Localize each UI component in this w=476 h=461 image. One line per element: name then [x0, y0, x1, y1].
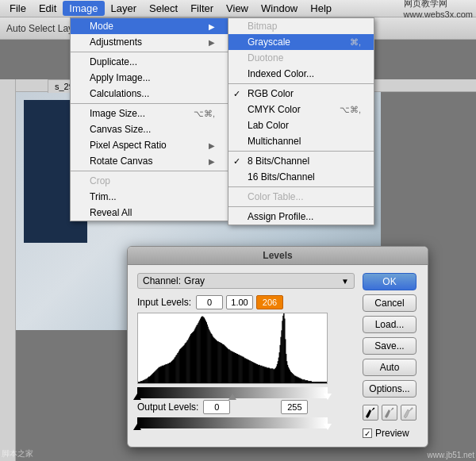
- histogram: [137, 313, 328, 384]
- mode-sep-1: [228, 83, 374, 84]
- output-max-field[interactable]: [281, 400, 308, 414]
- rgb-check: ✓: [233, 89, 240, 99]
- pixel-aspect-arrow: ▶: [209, 141, 215, 150]
- mode-lab[interactable]: Lab Color: [228, 117, 374, 133]
- menu-apply-image[interactable]: Apply Image...: [71, 70, 228, 86]
- menu-edit[interactable]: Edit: [33, 1, 63, 16]
- output-levels-row: Output Levels:: [137, 400, 355, 414]
- menu-crop: Crop: [71, 173, 228, 189]
- menu-trim[interactable]: Trim...: [71, 189, 228, 205]
- eyedropper-row: [363, 405, 418, 421]
- black-eyedropper[interactable]: [363, 405, 378, 421]
- mode-indexed-color[interactable]: Indexed Color...: [228, 66, 374, 82]
- load-button[interactable]: Load...: [363, 316, 416, 333]
- ruler-vertical: [0, 79, 16, 461]
- adjustments-arrow: ▶: [209, 38, 215, 47]
- ok-button[interactable]: OK: [363, 273, 416, 290]
- menu-duplicate[interactable]: Duplicate...: [71, 54, 228, 70]
- menu-sep-2: [71, 103, 228, 104]
- channel-label: Channel:: [143, 275, 181, 286]
- menu-image-size[interactable]: Image Size... ⌥⌘,: [71, 106, 228, 121]
- grayscale-shortcut: ⌘,: [350, 37, 361, 48]
- 8bit-check: ✓: [233, 156, 240, 167]
- input-levels-label: Input Levels:: [137, 297, 191, 308]
- watermark-bottom-left: 脚本之家: [2, 448, 33, 459]
- cancel-button[interactable]: Cancel: [363, 294, 416, 312]
- mode-sep-3: [228, 186, 374, 187]
- preview-row: ✓ Preview: [363, 428, 418, 439]
- mode-multichannel[interactable]: Multichannel: [228, 133, 374, 149]
- watermark-bottom-right: www.jb51.net: [428, 451, 474, 459]
- menu-layer[interactable]: Layer: [105, 1, 144, 16]
- menubar-right: 网页教学网 www.webs3x.com: [404, 0, 473, 19]
- output-min-field[interactable]: [203, 400, 230, 414]
- gray-eyedropper[interactable]: [382, 405, 397, 421]
- rotate-canvas-arrow: ▶: [209, 157, 215, 166]
- output-white-slider[interactable]: [324, 424, 332, 430]
- mode-submenu: Bitmap Grayscale ⌘, Duotone Indexed Colo…: [228, 17, 374, 225]
- levels-dialog: Levels Channel: Gray ▼ Input Levels:: [127, 246, 428, 448]
- white-eyedropper[interactable]: [401, 405, 416, 421]
- mode-duotone: Duotone: [228, 50, 374, 66]
- menu-sep-3: [71, 171, 228, 171]
- levels-right-panel: OK Cancel Load... Save... Auto Options..…: [363, 273, 418, 439]
- output-gradient-slider[interactable]: [137, 417, 328, 428]
- mode-grayscale[interactable]: Grayscale ⌘,: [228, 34, 374, 50]
- mode-bitmap: Bitmap: [228, 18, 374, 34]
- options-button[interactable]: Options...: [363, 380, 416, 398]
- menu-calculations[interactable]: Calculations...: [71, 86, 228, 102]
- levels-body: Channel: Gray ▼ Input Levels:: [128, 265, 428, 447]
- menu-view[interactable]: View: [220, 1, 255, 16]
- input-levels-row: Input Levels:: [137, 295, 355, 309]
- auto-button[interactable]: Auto: [363, 359, 416, 376]
- input-mid-field[interactable]: [226, 295, 253, 309]
- menu-sep-1: [71, 52, 228, 52]
- input-white-slider[interactable]: [324, 394, 332, 400]
- mode-rgb[interactable]: ✓ RGB Color: [228, 86, 374, 102]
- output-black-slider[interactable]: [133, 424, 141, 430]
- menu-canvas-size[interactable]: Canvas Size...: [71, 121, 228, 137]
- levels-left-panel: Channel: Gray ▼ Input Levels:: [137, 273, 355, 439]
- menu-help[interactable]: Help: [304, 1, 338, 16]
- mode-8bit[interactable]: ✓ 8 Bits/Channel: [228, 153, 374, 169]
- menu-filter[interactable]: Filter: [184, 1, 220, 16]
- mode-sep-2: [228, 151, 374, 152]
- cmyk-shortcut: ⌥⌘,: [340, 105, 361, 115]
- menu-mode[interactable]: Mode ▶: [71, 18, 228, 34]
- menu-file[interactable]: File: [3, 1, 33, 16]
- preview-checkbox[interactable]: ✓: [363, 428, 372, 438]
- menubar: File Edit Image Layer Select Filter View…: [0, 0, 476, 17]
- mode-16bit[interactable]: 16 Bits/Channel: [228, 169, 374, 185]
- histogram-canvas: [138, 313, 327, 383]
- output-levels-label: Output Levels:: [137, 401, 198, 413]
- menu-reveal-all[interactable]: Reveal All: [71, 205, 228, 221]
- mode-sep-4: [228, 206, 374, 207]
- channel-arrow: ▼: [341, 277, 349, 286]
- input-black-slider[interactable]: [133, 394, 141, 400]
- save-button[interactable]: Save...: [363, 337, 416, 355]
- image-menu-dropdown: Mode ▶ Adjustments ▶ Duplicate... Apply …: [70, 17, 228, 221]
- menu-pixel-aspect[interactable]: Pixel Aspect Ratio ▶: [71, 137, 228, 153]
- input-max-field[interactable]: [256, 295, 283, 309]
- menu-select[interactable]: Select: [143, 1, 184, 16]
- input-min-field[interactable]: [196, 295, 223, 309]
- image-size-shortcut: ⌥⌘,: [194, 109, 215, 119]
- mode-assign-profile[interactable]: Assign Profile...: [228, 209, 374, 225]
- mode-arrow: ▶: [209, 22, 215, 31]
- levels-titlebar: Levels: [128, 247, 428, 265]
- menu-rotate-canvas[interactable]: Rotate Canvas ▶: [71, 153, 228, 169]
- mode-cmyk[interactable]: CMYK Color ⌥⌘,: [228, 102, 374, 117]
- menu-image[interactable]: Image: [63, 1, 104, 16]
- input-mid-slider[interactable]: [228, 394, 236, 400]
- channel-value: Gray: [184, 275, 205, 286]
- input-gradient-slider[interactable]: [137, 387, 328, 398]
- menu-adjustments[interactable]: Adjustments ▶: [71, 34, 228, 50]
- menu-window[interactable]: Window: [255, 1, 304, 16]
- preview-label: Preview: [375, 428, 409, 439]
- channel-row[interactable]: Channel: Gray ▼: [137, 273, 355, 289]
- mode-color-table: Color Table...: [228, 189, 374, 205]
